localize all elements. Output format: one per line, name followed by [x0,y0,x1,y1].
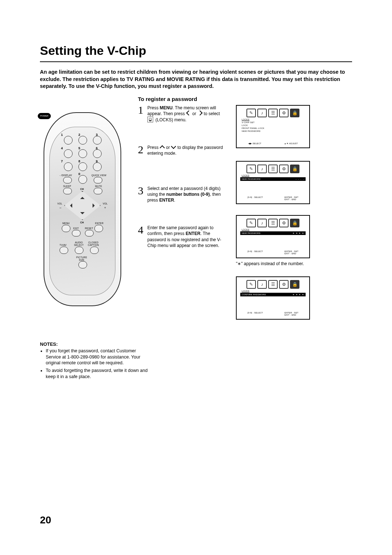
osd-highlight-line: NEW PASSWORD∗ ∗ ∗ ∗ [240,231,306,235]
osd-section-title: LOCKS [237,174,309,177]
num-5 [78,149,87,158]
osd-tab-timer-icon: ⚙ [279,280,289,289]
step-2: 2 Press or to display the password enter… [138,145,225,156]
num-label-2: 2 [78,133,80,137]
display-button [63,177,72,183]
tvav-button [60,247,68,254]
vol-plus-label-bot: + [104,206,106,210]
osd-line: FRONT PANEL LOCK [237,127,309,130]
osd-tab-setup-icon: ☰ [268,219,278,227]
mute-label: MUTE [95,185,102,187]
num-7 [64,162,73,171]
notes-heading: NOTES: [40,341,149,347]
num-label-7: 7 [61,159,63,163]
step-number: 2 [138,145,147,156]
num-0 [78,175,87,184]
num-label-8: 8 [78,159,80,163]
num-9 [93,162,102,171]
vol-plus-label-top: VOL [103,202,108,205]
osd-section-title: LOCKS [237,118,309,121]
osd-line: LOCK [237,124,309,127]
right-chevron-icon [197,110,203,116]
tvav-label: TV/AV [60,244,66,246]
asterisk-note: "∗" appears instead of the number. [236,261,352,266]
num-label-5: 5 [78,146,80,150]
step-text: Select and enter a password (4 digits) u… [147,186,225,203]
num-2 [78,136,87,145]
num-8 [78,162,87,171]
osd-footer-left: [0-9] : SELECT [248,196,263,200]
osd-footer-r1: ENTER : SET [285,250,298,252]
num-label-1: 1 [61,133,63,137]
step-number: 4 [138,225,147,248]
step-number: 1 [138,105,147,123]
remote-illustration: POWER 1 2 3 4 5 6 7 8 9 - [44,112,121,306]
note-item: To avoid forgetting the password, write … [46,368,149,380]
osd-tab-audio-icon: ♪ [257,280,267,289]
osd-footer-right: ▲▼:ADJUST [284,142,298,145]
exit-button [72,230,81,236]
intro-paragraph: An age limitation can be set to restrict… [40,69,352,90]
picsize-label: PICTURE SIZE [76,256,87,261]
num-label-0: 0 [78,172,80,176]
osd-tab-locks-icon: 🔒 [290,109,299,117]
osd-highlight-line: CONFIRM PASSWORD∗ ∗ ∗ ∗ [240,293,306,296]
osd-tab-picture-icon: ✎ [246,280,256,289]
num-4 [64,149,73,158]
page-title: Setting the V-Chip [40,44,352,58]
osd-tab-audio-icon: ♪ [257,165,267,173]
osd-tab-setup-icon: ☰ [268,280,278,289]
osd-tab-locks-icon: 🔒 [290,280,299,289]
power-button: POWER [38,113,51,119]
note-item: If you forget the password, contact Cust… [46,348,149,366]
num-6 [93,149,102,158]
osd-screen-4: ✎ ♪ ☰ ⚙ 🔒 LOCKS CONFIRM PASSWORD∗ ∗ ∗ ∗ … [236,276,310,320]
step-text: Enter the same password again to confirm… [147,225,225,248]
osd-tab-timer-icon: ⚙ [279,165,289,173]
osd-footer-left: [0-9] : SELECT [248,250,263,255]
vol-minus-label-top: VOL [57,202,62,205]
exit-label: EXIT [73,227,79,230]
divider [40,61,352,62]
step-text: Press or to display the password enterin… [147,145,225,156]
sleep-label: SLEEP [63,185,71,187]
step-1: 1 Press MENU. The menu screen will appea… [138,105,225,123]
enter-button [94,225,103,232]
dpad [64,191,101,220]
osd-line: NEW PASSWORD [237,130,309,133]
osd-footer-r2: EXIT : END [285,198,298,200]
down-chevron-icon [171,144,176,149]
osd-highlight-line: NEW PASSWORD– – – – [240,177,306,181]
menu-button [62,225,70,232]
osd-section-title: LOCKS [237,228,309,231]
step-text: Press MENU. The menu screen will appear.… [147,105,225,123]
osd-tab-audio-icon: ♪ [257,109,267,117]
osd-screen-1: ✎ ♪ ☰ ⚙ 🔒 LOCKS V-CHIP SET LOCK FRONT PA… [236,105,310,148]
num-1 [64,136,73,145]
page-number: 20 [40,514,51,526]
osd-footer-r2: EXIT : END [285,314,298,316]
osd-footer-r1: ENTER : SET [285,196,298,198]
osd-tab-picture-icon: ✎ [246,219,256,227]
ch-label-top: CH [80,188,84,190]
osd-tab-timer-icon: ⚙ [279,219,289,227]
osd-footer-left: [0-9] : SELECT [248,312,263,316]
cc-button [90,247,99,254]
quickview-label: QUICK VIEW [91,174,106,177]
cc-label: CLOSED CAPTION [88,241,99,246]
osd-tab-timer-icon: ⚙ [279,109,289,117]
osd-footer-left: ◀▶:SELECT [248,142,262,145]
quickview-button [94,177,102,183]
audio-button [75,247,83,254]
osd-footer-r2: EXIT : END [285,252,298,255]
num-label-4: 4 [61,146,63,150]
ch-label-bottom: CH [80,221,84,224]
step-4: 4 Enter the same password again to confi… [138,225,225,248]
osd-line: V-CHIP SET [237,121,309,124]
osd-tab-picture-icon: ✎ [246,165,256,173]
lock-icon [147,117,153,122]
osd-footer-r1: ENTER : SET [285,312,298,314]
up-chevron-icon [160,145,165,150]
enter-label: ENTER [95,222,103,224]
display-label: - /DISPLAY [60,174,72,177]
